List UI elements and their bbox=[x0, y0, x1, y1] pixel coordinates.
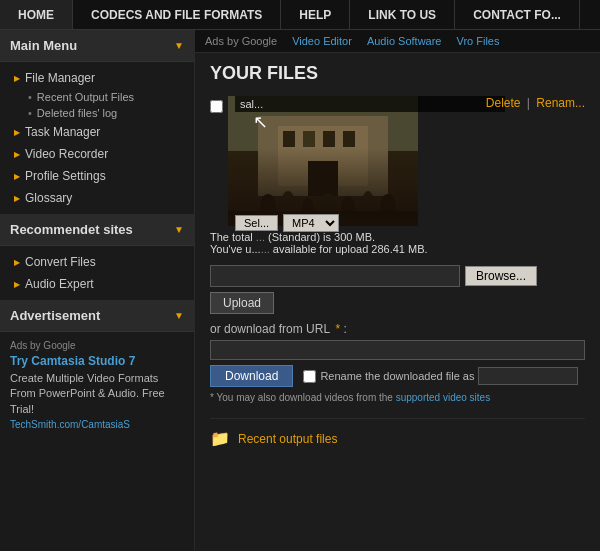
url-input[interactable] bbox=[210, 340, 585, 360]
file-actions: Delete | Renam... bbox=[486, 96, 585, 110]
ads-bar-link-vro-files[interactable]: Vro Files bbox=[457, 35, 500, 47]
file-input-display bbox=[210, 265, 460, 287]
nav-help[interactable]: HELP bbox=[281, 0, 350, 29]
file-checkbox[interactable] bbox=[210, 100, 223, 113]
ads-bar-link-audio-software[interactable]: Audio Software bbox=[367, 35, 442, 47]
file-thumbnail: ↖ bbox=[228, 96, 418, 226]
main-menu-header[interactable]: Main Menu ▼ bbox=[0, 30, 194, 62]
sidebar-item-label: Audio Expert bbox=[25, 277, 94, 291]
sidebar-item-profile-settings[interactable]: ▶ Profile Settings bbox=[0, 165, 194, 187]
sidebar-item-label: Video Recorder bbox=[25, 147, 108, 161]
advertisement-arrow-icon: ▼ bbox=[174, 310, 184, 321]
advertisement-label: Advertisement bbox=[10, 308, 100, 323]
recent-files-row: 📁 Recent output files bbox=[210, 418, 585, 448]
nav-codecs[interactable]: CODECS AND FILE FORMATS bbox=[73, 0, 281, 29]
sidebar-sub-deleted[interactable]: Deleted files' log bbox=[0, 105, 194, 121]
format-select[interactable]: MP4 AVI MOV bbox=[283, 214, 339, 232]
sidebar-item-video-recorder[interactable]: ▶ Video Recorder bbox=[0, 143, 194, 165]
upload-button[interactable]: Upload bbox=[210, 292, 274, 314]
bullet-icon: ▶ bbox=[14, 194, 20, 203]
sidebar-item-label: Profile Settings bbox=[25, 169, 106, 183]
recommended-list: ▶ Convert Files ▶ Audio Expert bbox=[0, 246, 194, 300]
sidebar-item-label: Convert Files bbox=[25, 255, 96, 269]
format-row: Sel... MP4 AVI MOV bbox=[235, 214, 339, 232]
rename-checkbox[interactable] bbox=[303, 370, 316, 383]
sidebar-ads-by-google: Ads by Google bbox=[10, 340, 184, 351]
required-star: * bbox=[332, 322, 340, 336]
download-row: Download Rename the downloaded file as bbox=[210, 365, 585, 387]
bullet-icon: ▶ bbox=[14, 280, 20, 289]
ad-title-link[interactable]: Try Camtasia Studio 7 bbox=[10, 354, 184, 368]
svg-point-15 bbox=[380, 194, 396, 218]
sidebar-item-audio-expert[interactable]: ▶ Audio Expert bbox=[0, 273, 194, 295]
svg-rect-7 bbox=[343, 131, 355, 147]
rename-check: Rename the downloaded file as bbox=[303, 367, 578, 385]
sidebar-sub-recent[interactable]: Recent Output Files bbox=[0, 89, 194, 105]
rename-link[interactable]: Renam... bbox=[536, 96, 585, 110]
sidebar-item-label: Task Manager bbox=[25, 125, 100, 139]
nav-home[interactable]: HOME bbox=[0, 0, 73, 29]
svg-rect-8 bbox=[308, 161, 338, 196]
rename-label: Rename the downloaded file as bbox=[320, 370, 474, 382]
content-area: YOUR FILES bbox=[195, 53, 600, 458]
main-menu-arrow-icon: ▼ bbox=[174, 40, 184, 51]
main-menu-label: Main Menu bbox=[10, 38, 77, 53]
sidebar: Main Menu ▼ ▶ File Manager Recent Output… bbox=[0, 30, 195, 551]
bullet-icon: ▶ bbox=[14, 258, 20, 267]
recommended-label: Recommendet sites bbox=[10, 222, 133, 237]
main-content: Ads by Google Video Editor Audio Softwar… bbox=[195, 30, 600, 551]
sidebar-item-glossary[interactable]: ▶ Glossary bbox=[0, 187, 194, 209]
svg-rect-4 bbox=[283, 131, 295, 147]
ad-url-link[interactable]: TechSmith.com/CamtasiaS bbox=[10, 419, 130, 430]
sidebar-item-label: Glossary bbox=[25, 191, 72, 205]
sidebar-item-file-manager[interactable]: ▶ File Manager bbox=[0, 67, 194, 89]
top-navigation: HOME CODECS AND FILE FORMATS HELP LINK T… bbox=[0, 0, 600, 30]
page-title: YOUR FILES bbox=[210, 63, 585, 84]
page-layout: Main Menu ▼ ▶ File Manager Recent Output… bbox=[0, 30, 600, 551]
rename-input[interactable] bbox=[478, 367, 578, 385]
nav-contact[interactable]: CONTACT FO... bbox=[455, 0, 580, 29]
storage-info: The total ... (Standard) is 300 MB. You'… bbox=[210, 231, 585, 255]
download-button[interactable]: Download bbox=[210, 365, 293, 387]
bullet-icon: ▶ bbox=[14, 150, 20, 159]
delete-link[interactable]: Delete bbox=[486, 96, 521, 110]
folder-icon: 📁 bbox=[210, 429, 230, 448]
bullet-icon: ▶ bbox=[14, 172, 20, 181]
svg-point-13 bbox=[341, 196, 355, 218]
browse-button[interactable]: Browse... bbox=[465, 266, 537, 286]
ads-bar: Ads by Google Video Editor Audio Softwar… bbox=[195, 30, 600, 53]
recommended-arrow-icon: ▼ bbox=[174, 224, 184, 235]
file-name: sal... bbox=[235, 96, 505, 112]
cursor-icon: ↖ bbox=[253, 111, 268, 133]
sidebar-ad: Ads by Google Try Camtasia Studio 7 Crea… bbox=[0, 332, 194, 439]
bullet-icon: ▶ bbox=[14, 74, 20, 83]
supported-video-sites-link[interactable]: supported video sites bbox=[396, 392, 491, 403]
select-button[interactable]: Sel... bbox=[235, 215, 278, 231]
ads-bar-link-video-editor[interactable]: Video Editor bbox=[292, 35, 352, 47]
main-menu-list: ▶ File Manager Recent Output Files Delet… bbox=[0, 62, 194, 214]
ads-by-google-label: Ads by Google bbox=[205, 35, 277, 47]
sidebar-item-task-manager[interactable]: ▶ Task Manager bbox=[0, 121, 194, 143]
recommended-header[interactable]: Recommendet sites ▼ bbox=[0, 214, 194, 246]
svg-point-14 bbox=[362, 191, 374, 217]
recent-files-link[interactable]: Recent output files bbox=[238, 432, 337, 446]
svg-rect-5 bbox=[303, 131, 315, 147]
nav-link[interactable]: LINK TO US bbox=[350, 0, 455, 29]
sidebar-item-convert[interactable]: ▶ Convert Files bbox=[0, 251, 194, 273]
upload-row: Browse... bbox=[210, 265, 585, 287]
or-download-label: or download from URL * : bbox=[210, 322, 585, 336]
svg-rect-6 bbox=[323, 131, 335, 147]
advertisement-header[interactable]: Advertisement ▼ bbox=[0, 300, 194, 332]
bullet-icon: ▶ bbox=[14, 128, 20, 137]
file-row: ↖ sal... Sel... MP4 AVI MOV Delete | bbox=[210, 96, 585, 226]
sidebar-item-label: File Manager bbox=[25, 71, 95, 85]
ad-description: Create Multiple Video Formats From Power… bbox=[10, 371, 184, 417]
download-note: * You may also download videos from the … bbox=[210, 392, 585, 403]
